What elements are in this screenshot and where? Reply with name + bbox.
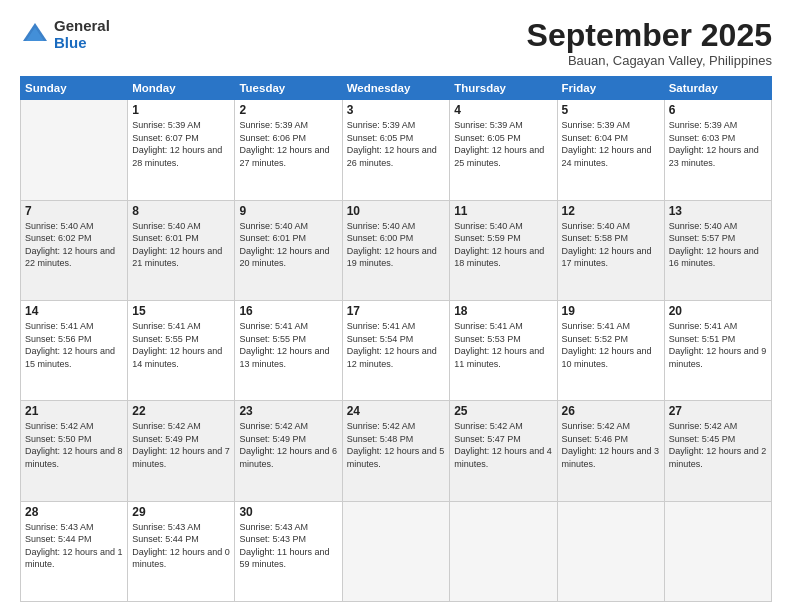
day-number: 18 xyxy=(454,304,552,318)
table-row: 16Sunrise: 5:41 AM Sunset: 5:55 PM Dayli… xyxy=(235,300,342,400)
table-row: 3Sunrise: 5:39 AM Sunset: 6:05 PM Daylig… xyxy=(342,100,450,200)
day-number: 20 xyxy=(669,304,767,318)
day-number: 13 xyxy=(669,204,767,218)
table-row xyxy=(21,100,128,200)
table-row: 27Sunrise: 5:42 AM Sunset: 5:45 PM Dayli… xyxy=(664,401,771,501)
table-row: 4Sunrise: 5:39 AM Sunset: 6:05 PM Daylig… xyxy=(450,100,557,200)
day-number: 16 xyxy=(239,304,337,318)
day-number: 23 xyxy=(239,404,337,418)
day-number: 4 xyxy=(454,103,552,117)
day-info: Sunrise: 5:40 AM Sunset: 6:01 PM Dayligh… xyxy=(132,220,230,270)
calendar-week-row: 14Sunrise: 5:41 AM Sunset: 5:56 PM Dayli… xyxy=(21,300,772,400)
table-row: 20Sunrise: 5:41 AM Sunset: 5:51 PM Dayli… xyxy=(664,300,771,400)
day-info: Sunrise: 5:39 AM Sunset: 6:05 PM Dayligh… xyxy=(454,119,552,169)
table-row: 5Sunrise: 5:39 AM Sunset: 6:04 PM Daylig… xyxy=(557,100,664,200)
day-number: 17 xyxy=(347,304,446,318)
header: General Blue September 2025 Bauan, Cagay… xyxy=(20,18,772,68)
table-row xyxy=(342,501,450,601)
table-row: 8Sunrise: 5:40 AM Sunset: 6:01 PM Daylig… xyxy=(128,200,235,300)
day-number: 26 xyxy=(562,404,660,418)
calendar-week-row: 7Sunrise: 5:40 AM Sunset: 6:02 PM Daylig… xyxy=(21,200,772,300)
table-row: 28Sunrise: 5:43 AM Sunset: 5:44 PM Dayli… xyxy=(21,501,128,601)
logo-text: General Blue xyxy=(54,18,110,51)
day-number: 29 xyxy=(132,505,230,519)
day-info: Sunrise: 5:40 AM Sunset: 5:59 PM Dayligh… xyxy=(454,220,552,270)
table-row: 9Sunrise: 5:40 AM Sunset: 6:01 PM Daylig… xyxy=(235,200,342,300)
table-row: 22Sunrise: 5:42 AM Sunset: 5:49 PM Dayli… xyxy=(128,401,235,501)
location: Bauan, Cagayan Valley, Philippines xyxy=(527,53,772,68)
day-info: Sunrise: 5:43 AM Sunset: 5:44 PM Dayligh… xyxy=(132,521,230,571)
table-row: 24Sunrise: 5:42 AM Sunset: 5:48 PM Dayli… xyxy=(342,401,450,501)
table-row: 29Sunrise: 5:43 AM Sunset: 5:44 PM Dayli… xyxy=(128,501,235,601)
day-number: 22 xyxy=(132,404,230,418)
day-info: Sunrise: 5:42 AM Sunset: 5:50 PM Dayligh… xyxy=(25,420,123,470)
day-number: 5 xyxy=(562,103,660,117)
table-row: 12Sunrise: 5:40 AM Sunset: 5:58 PM Dayli… xyxy=(557,200,664,300)
day-number: 19 xyxy=(562,304,660,318)
day-info: Sunrise: 5:41 AM Sunset: 5:51 PM Dayligh… xyxy=(669,320,767,370)
day-info: Sunrise: 5:40 AM Sunset: 5:58 PM Dayligh… xyxy=(562,220,660,270)
day-number: 9 xyxy=(239,204,337,218)
table-row: 11Sunrise: 5:40 AM Sunset: 5:59 PM Dayli… xyxy=(450,200,557,300)
logo: General Blue xyxy=(20,18,110,51)
day-info: Sunrise: 5:40 AM Sunset: 6:02 PM Dayligh… xyxy=(25,220,123,270)
header-wednesday: Wednesday xyxy=(342,77,450,100)
table-row: 17Sunrise: 5:41 AM Sunset: 5:54 PM Dayli… xyxy=(342,300,450,400)
day-number: 7 xyxy=(25,204,123,218)
page: General Blue September 2025 Bauan, Cagay… xyxy=(0,0,792,612)
day-number: 21 xyxy=(25,404,123,418)
day-number: 1 xyxy=(132,103,230,117)
header-saturday: Saturday xyxy=(664,77,771,100)
day-info: Sunrise: 5:41 AM Sunset: 5:54 PM Dayligh… xyxy=(347,320,446,370)
day-info: Sunrise: 5:40 AM Sunset: 6:01 PM Dayligh… xyxy=(239,220,337,270)
table-row: 19Sunrise: 5:41 AM Sunset: 5:52 PM Dayli… xyxy=(557,300,664,400)
day-info: Sunrise: 5:41 AM Sunset: 5:55 PM Dayligh… xyxy=(132,320,230,370)
day-info: Sunrise: 5:40 AM Sunset: 5:57 PM Dayligh… xyxy=(669,220,767,270)
day-info: Sunrise: 5:40 AM Sunset: 6:00 PM Dayligh… xyxy=(347,220,446,270)
table-row: 26Sunrise: 5:42 AM Sunset: 5:46 PM Dayli… xyxy=(557,401,664,501)
day-number: 11 xyxy=(454,204,552,218)
day-info: Sunrise: 5:43 AM Sunset: 5:43 PM Dayligh… xyxy=(239,521,337,571)
day-info: Sunrise: 5:41 AM Sunset: 5:52 PM Dayligh… xyxy=(562,320,660,370)
table-row: 1Sunrise: 5:39 AM Sunset: 6:07 PM Daylig… xyxy=(128,100,235,200)
table-row: 7Sunrise: 5:40 AM Sunset: 6:02 PM Daylig… xyxy=(21,200,128,300)
day-info: Sunrise: 5:43 AM Sunset: 5:44 PM Dayligh… xyxy=(25,521,123,571)
logo-blue: Blue xyxy=(54,35,110,52)
table-row: 15Sunrise: 5:41 AM Sunset: 5:55 PM Dayli… xyxy=(128,300,235,400)
day-number: 25 xyxy=(454,404,552,418)
header-sunday: Sunday xyxy=(21,77,128,100)
day-number: 8 xyxy=(132,204,230,218)
day-info: Sunrise: 5:42 AM Sunset: 5:49 PM Dayligh… xyxy=(239,420,337,470)
table-row: 21Sunrise: 5:42 AM Sunset: 5:50 PM Dayli… xyxy=(21,401,128,501)
day-info: Sunrise: 5:42 AM Sunset: 5:49 PM Dayligh… xyxy=(132,420,230,470)
day-number: 2 xyxy=(239,103,337,117)
day-info: Sunrise: 5:42 AM Sunset: 5:48 PM Dayligh… xyxy=(347,420,446,470)
day-info: Sunrise: 5:42 AM Sunset: 5:47 PM Dayligh… xyxy=(454,420,552,470)
day-info: Sunrise: 5:39 AM Sunset: 6:06 PM Dayligh… xyxy=(239,119,337,169)
title-block: September 2025 Bauan, Cagayan Valley, Ph… xyxy=(527,18,772,68)
calendar-table: Sunday Monday Tuesday Wednesday Thursday… xyxy=(20,76,772,602)
day-info: Sunrise: 5:39 AM Sunset: 6:04 PM Dayligh… xyxy=(562,119,660,169)
logo-icon xyxy=(20,20,50,50)
day-number: 28 xyxy=(25,505,123,519)
day-info: Sunrise: 5:41 AM Sunset: 5:56 PM Dayligh… xyxy=(25,320,123,370)
day-info: Sunrise: 5:39 AM Sunset: 6:07 PM Dayligh… xyxy=(132,119,230,169)
table-row: 18Sunrise: 5:41 AM Sunset: 5:53 PM Dayli… xyxy=(450,300,557,400)
header-thursday: Thursday xyxy=(450,77,557,100)
calendar-week-row: 21Sunrise: 5:42 AM Sunset: 5:50 PM Dayli… xyxy=(21,401,772,501)
calendar-week-row: 1Sunrise: 5:39 AM Sunset: 6:07 PM Daylig… xyxy=(21,100,772,200)
day-number: 10 xyxy=(347,204,446,218)
table-row xyxy=(557,501,664,601)
table-row: 25Sunrise: 5:42 AM Sunset: 5:47 PM Dayli… xyxy=(450,401,557,501)
table-row xyxy=(450,501,557,601)
day-number: 6 xyxy=(669,103,767,117)
day-info: Sunrise: 5:42 AM Sunset: 5:45 PM Dayligh… xyxy=(669,420,767,470)
table-row: 2Sunrise: 5:39 AM Sunset: 6:06 PM Daylig… xyxy=(235,100,342,200)
day-number: 30 xyxy=(239,505,337,519)
table-row: 13Sunrise: 5:40 AM Sunset: 5:57 PM Dayli… xyxy=(664,200,771,300)
day-number: 24 xyxy=(347,404,446,418)
table-row: 10Sunrise: 5:40 AM Sunset: 6:00 PM Dayli… xyxy=(342,200,450,300)
day-number: 14 xyxy=(25,304,123,318)
header-friday: Friday xyxy=(557,77,664,100)
logo-general: General xyxy=(54,18,110,35)
